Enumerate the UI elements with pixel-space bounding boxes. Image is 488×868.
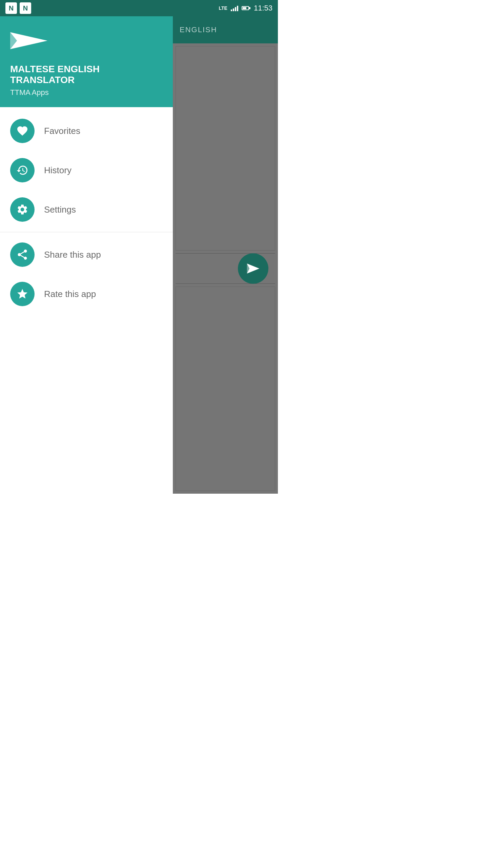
drawer-divider (0, 232, 173, 232)
translate-button[interactable] (238, 253, 268, 284)
notification-icon-1: N (5, 2, 17, 14)
history-label: History (44, 165, 72, 176)
status-time: 11:53 (254, 4, 272, 13)
menu-item-history[interactable]: History (0, 151, 173, 190)
app-subtitle: TTMA Apps (10, 88, 163, 97)
navigation-drawer: MALTESE ENGLISH TRANSLATOR TTMA Apps Fav… (0, 16, 173, 494)
target-text-area (176, 287, 275, 491)
rate-icon-circle (10, 282, 35, 306)
status-bar: N N LTE 11:53 (0, 0, 278, 16)
app-container: MALTESE ENGLISH TRANSLATOR TTMA Apps Fav… (0, 16, 278, 494)
favorites-label: Favorites (44, 126, 80, 136)
drawer-menu: Favorites History Settings (0, 107, 173, 494)
translate-action-row (176, 253, 275, 284)
drawer-header: MALTESE ENGLISH TRANSLATOR TTMA Apps (0, 16, 173, 107)
send-icon (246, 261, 261, 276)
favorites-icon-circle (10, 119, 35, 143)
share-icon-circle (10, 242, 35, 267)
menu-item-settings[interactable]: Settings (0, 190, 173, 229)
star-icon (16, 288, 28, 300)
share-label: Share this app (44, 250, 101, 260)
signal-icon (231, 5, 238, 11)
app-logo (10, 27, 163, 56)
gear-icon (16, 203, 28, 216)
app-body (173, 43, 278, 494)
lte-indicator: LTE (219, 5, 227, 11)
source-text-area (176, 46, 275, 251)
share-icon (16, 249, 28, 261)
app-toolbar: ENGLISH (173, 16, 278, 43)
menu-item-share[interactable]: Share this app (0, 235, 173, 274)
notification-icon-2: N (20, 2, 31, 14)
settings-label: Settings (44, 204, 76, 215)
toolbar-language-label: ENGLISH (180, 25, 217, 34)
history-icon-circle (10, 158, 35, 182)
app-title: MALTESE ENGLISH TRANSLATOR (10, 64, 163, 85)
rate-label: Rate this app (44, 289, 96, 299)
main-content: ENGLISH (173, 16, 278, 494)
menu-item-rate[interactable]: Rate this app (0, 274, 173, 314)
heart-icon (16, 125, 28, 137)
settings-icon-circle (10, 197, 35, 222)
clock-icon (16, 164, 28, 176)
status-bar-right: LTE 11:53 (219, 4, 272, 13)
battery-icon (242, 6, 250, 10)
menu-item-favorites[interactable]: Favorites (0, 111, 173, 151)
status-bar-left: N N (5, 2, 31, 14)
